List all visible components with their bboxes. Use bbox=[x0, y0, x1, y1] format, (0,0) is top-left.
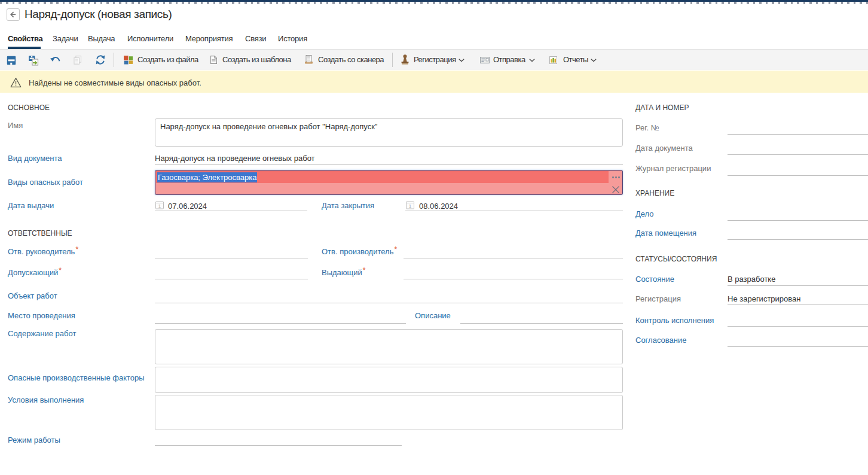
svg-text:1: 1 bbox=[409, 203, 412, 209]
svg-text:1: 1 bbox=[158, 203, 161, 209]
